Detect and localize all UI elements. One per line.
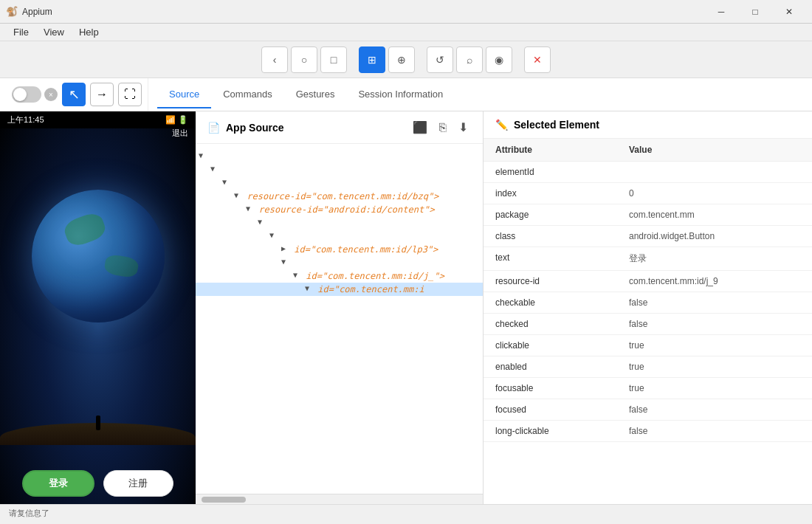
tree-tag: id="com.tencent.mm:id/lp3"> [294, 244, 438, 255]
source-header-actions: ⬛ ⎘ ⬇ [410, 119, 471, 136]
tab-commands[interactable]: Commands [211, 81, 283, 108]
tree-indent [231, 204, 243, 215]
expand-tool-button[interactable]: ⛶ [118, 83, 142, 106]
table-row: long-clickablefalse [484, 421, 812, 442]
phone-time: 上午11:45 [7, 114, 44, 125]
tree-node[interactable]: ▼ [196, 150, 483, 163]
table-row: checkablefalse [484, 292, 812, 314]
arrow-tool-button[interactable]: → [90, 83, 114, 106]
refresh-button[interactable]: ↺ [427, 46, 453, 73]
eye-button[interactable]: ◉ [486, 46, 512, 73]
app-title: Appium [22, 7, 52, 17]
attr-name-cell: focused [484, 399, 617, 421]
toggle-switch[interactable] [12, 86, 41, 103]
attr-value-cell: true [617, 356, 812, 378]
expand-action-button[interactable]: ⬛ [410, 119, 430, 136]
attributes-table: Attribute Value elementIdindex0packageco… [484, 139, 812, 442]
source-tree[interactable]: ▼ ▼ ▼ ▼ resource-id="com.tencent.mm:id/b… [196, 144, 483, 494]
app-source-label: App Source [226, 122, 284, 134]
tree-indent [243, 271, 255, 281]
tree-indent [207, 244, 219, 255]
attr-value-cell: true [617, 378, 812, 399]
tree-indent [266, 271, 278, 281]
tree-indent [196, 204, 207, 215]
title-bar: 🐒 Appium ─ □ ✕ [0, 0, 812, 24]
menu-help[interactable]: Help [72, 25, 106, 39]
attr-value-cell: false [617, 314, 812, 335]
menu-file[interactable]: File [6, 25, 36, 39]
tree-node[interactable]: ▼ [196, 230, 483, 243]
tree-indent [196, 231, 207, 241]
tree-node[interactable]: ▼ resource-id="com.tencent.mm:id/bzq"> [196, 190, 483, 203]
phone-register-button[interactable]: 注册 [103, 470, 174, 497]
tree-indent [231, 258, 243, 268]
right-content: 📄 App Source ⬛ ⎘ ⬇ ▼ ▼ ▼ ▼ resource-id="… [196, 111, 812, 504]
tree-node[interactable]: ▼ resource-id="android:id/content"> [196, 203, 483, 216]
tree-indent [207, 271, 219, 281]
source-icon: 📄 [207, 122, 220, 134]
tree-toggle-icon: ▼ [278, 258, 289, 266]
tree-node[interactable]: ▼ [196, 216, 483, 230]
attr-name-cell: clickable [484, 335, 617, 356]
main-content: 上午11:45 📶 🔋 退出 登录 [0, 111, 812, 504]
tree-indent [219, 191, 231, 201]
tree-tag: resource-id="android:id/content"> [258, 204, 434, 215]
search-button[interactable]: ⌕ [456, 46, 483, 73]
switch-knob [13, 88, 27, 101]
element-attribute-table: Attribute Value elementIdindex0packageco… [484, 139, 812, 504]
tree-node[interactable]: ▼ id="com.tencent.mm:id/j_"> [196, 269, 483, 283]
tree-indent [207, 178, 219, 188]
tree-indent [207, 191, 219, 201]
tree-indent [231, 244, 243, 255]
close-button[interactable]: ✕ [772, 0, 806, 24]
tree-indent [255, 271, 266, 281]
globe-button[interactable]: ⊕ [388, 46, 415, 73]
attr-name-cell: resource-id [484, 271, 617, 292]
tree-indent [266, 258, 278, 268]
tab-source[interactable]: Source [157, 81, 211, 108]
horizontal-scrollbar[interactable] [196, 494, 483, 504]
tree-indent [207, 218, 219, 228]
tree-node[interactable]: ▼ [196, 176, 483, 190]
attribute-table-body: elementIdindex0packagecom.tencent.mmclas… [484, 162, 812, 442]
attr-value-cell: com.tencent.mm:id/j_9 [617, 271, 812, 292]
copy-action-button[interactable]: ⎘ [436, 119, 450, 136]
tree-tag: resource-id="com.tencent.mm:id/bzq"> [247, 191, 438, 201]
tree-node[interactable]: ▶ id="com.tencent.mm:id/lp3"> [196, 243, 483, 256]
tree-indent [278, 271, 290, 281]
stop-button[interactable]: ✕ [524, 46, 551, 73]
download-action-button[interactable]: ⬇ [455, 119, 471, 136]
element-header: ✏️ Selected Element [484, 111, 812, 139]
tree-indent [219, 271, 231, 281]
tree-indent [196, 178, 207, 188]
tree-toggle-icon: ▼ [207, 165, 218, 173]
table-row: packagecom.tencent.mm [484, 204, 812, 226]
toggle-icon: × [44, 88, 58, 101]
menu-view[interactable]: View [36, 25, 72, 39]
tree-indent [266, 244, 278, 255]
attr-name-cell: checked [484, 314, 617, 335]
tree-node[interactable]: ▼ [196, 256, 483, 269]
grid-button[interactable]: ⊞ [359, 46, 385, 73]
table-row: text登录 [484, 247, 812, 271]
tree-indent [207, 258, 219, 268]
minimize-button[interactable]: ─ [704, 0, 738, 24]
source-header-title: 📄 App Source [207, 122, 284, 134]
attr-name-cell: checkable [484, 292, 617, 314]
phone-status-bar: 上午11:45 📶 🔋 [0, 111, 196, 128]
square-button[interactable]: □ [320, 46, 347, 73]
attr-value-cell: true [617, 335, 812, 356]
element-icon: ✏️ [495, 119, 508, 131]
attr-name-cell: package [484, 204, 617, 226]
tab-session-info[interactable]: Session Information [346, 81, 455, 108]
source-header: 📄 App Source ⬛ ⎘ ⬇ [196, 111, 483, 144]
tree-indent [266, 284, 278, 294]
back-button[interactable]: ‹ [261, 46, 288, 73]
tree-node[interactable]: ▼ id="com.tencent.mm:i [196, 283, 483, 296]
phone-login-button[interactable]: 登录 [22, 470, 94, 497]
maximize-button[interactable]: □ [738, 0, 772, 24]
tree-node[interactable]: ▼ [196, 163, 483, 176]
cursor-tool-button[interactable]: ↖ [62, 83, 86, 106]
tab-gestures[interactable]: Gestures [284, 81, 347, 108]
home-button[interactable]: ○ [291, 46, 317, 73]
